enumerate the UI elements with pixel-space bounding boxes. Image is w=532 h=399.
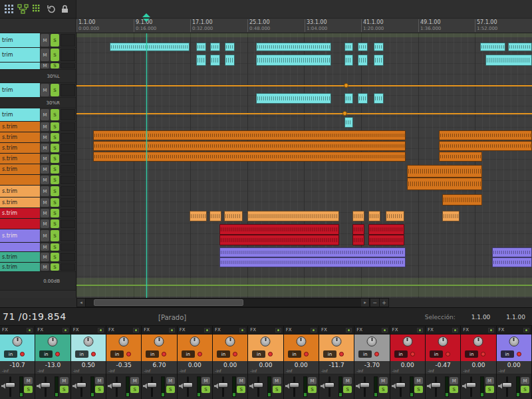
pan-knob[interactable]	[119, 336, 129, 346]
mixer-solo-button[interactable]: S	[201, 386, 210, 393]
media-item[interactable]	[374, 93, 384, 104]
input-button[interactable]: in	[430, 350, 443, 358]
media-item[interactable]	[219, 257, 406, 267]
scroll-right-button[interactable]: ▸	[361, 299, 370, 307]
mixer-mute-button[interactable]: M	[201, 377, 210, 384]
mixer-mute-button[interactable]: M	[308, 377, 317, 384]
media-item[interactable]	[492, 247, 532, 257]
selection-end[interactable]: 1.1.00	[506, 314, 525, 321]
media-item[interactable]	[219, 247, 406, 257]
solo-button[interactable]: S	[51, 34, 59, 47]
solo-button[interactable]: S	[51, 49, 59, 61]
playhead-marker-icon[interactable]	[142, 9, 150, 17]
mixer-solo-button[interactable]: S	[24, 386, 33, 393]
solo-button[interactable]: S	[51, 165, 59, 174]
envelope-line[interactable]	[76, 285, 532, 286]
marker-lane[interactable]	[76, 0, 532, 19]
fader-handle[interactable]	[396, 382, 406, 388]
fader-handle[interactable]	[76, 382, 86, 388]
pan-knob[interactable]	[509, 336, 519, 346]
fx-slot[interactable]: FX	[497, 326, 531, 334]
timeline-ruler[interactable]: 1.1.000:00.0009.1.000:16.00017.1.000:32.…	[76, 19, 532, 33]
input-button[interactable]: in	[288, 350, 301, 358]
media-item[interactable]	[442, 211, 460, 221]
solo-button[interactable]: S	[51, 133, 59, 142]
ruler-tick[interactable]: 1.1.000:00.000	[76, 19, 99, 32]
pan-knob[interactable]	[438, 336, 448, 346]
solo-button[interactable]: S	[51, 219, 59, 228]
solo-button[interactable]: S	[51, 154, 59, 163]
mute-button[interactable]: M	[41, 84, 49, 96]
mixer-mute-button[interactable]: M	[95, 377, 104, 384]
mixer-mute-button[interactable]: M	[414, 377, 423, 384]
ruler-tick[interactable]: 57.1.001:52.000	[475, 19, 497, 32]
media-item[interactable]	[224, 211, 243, 221]
media-item[interactable]	[196, 55, 206, 66]
mixer-mute-button[interactable]: M	[60, 377, 68, 384]
fader-handle[interactable]	[289, 382, 299, 388]
mixer-solo-button[interactable]: S	[450, 386, 458, 393]
mute-button[interactable]: M	[41, 34, 49, 47]
media-item[interactable]	[210, 43, 220, 51]
track-name[interactable]	[0, 243, 40, 251]
mute-button[interactable]: M	[41, 63, 49, 68]
pan-knob[interactable]	[402, 336, 412, 346]
pan-knob[interactable]	[225, 336, 235, 346]
fx-slot[interactable]: FX	[142, 326, 176, 334]
media-item[interactable]	[256, 93, 331, 104]
zoom-in-button[interactable]: +	[379, 299, 388, 307]
mixer-mute-button[interactable]: M	[343, 377, 352, 384]
record-arm-button[interactable]	[162, 352, 166, 356]
track-name[interactable]: trim	[0, 83, 40, 97]
media-item[interactable]	[352, 211, 364, 221]
solo-button[interactable]: S	[51, 253, 59, 261]
media-item[interactable]	[93, 130, 406, 140]
media-item[interactable]	[93, 152, 406, 162]
media-item[interactable]	[358, 43, 368, 51]
record-arm-button[interactable]	[517, 352, 521, 356]
mute-button[interactable]: M	[41, 154, 49, 163]
horizontal-scrollbar[interactable]: ◂ ▸ − +	[76, 298, 389, 307]
media-item[interactable]	[219, 235, 339, 245]
record-arm-button[interactable]	[91, 352, 96, 356]
grid-icon[interactable]	[3, 3, 15, 15]
media-item[interactable]	[110, 43, 190, 51]
media-item[interactable]	[480, 43, 505, 51]
edit-cursor-marker-icon[interactable]	[143, 19, 150, 25]
fx-slot[interactable]: FX	[71, 326, 106, 334]
record-arm-button[interactable]	[198, 352, 202, 356]
pan-knob[interactable]	[83, 336, 93, 346]
track-name[interactable]: s.trim	[0, 186, 40, 197]
media-item[interactable]	[485, 55, 532, 66]
record-arm-button[interactable]	[374, 352, 379, 356]
track-name[interactable]: s.trim	[0, 154, 40, 164]
record-arm-button[interactable]	[55, 352, 60, 356]
mute-button[interactable]: M	[41, 243, 49, 251]
input-button[interactable]: in	[75, 350, 88, 358]
input-button[interactable]: in	[217, 350, 230, 358]
media-item[interactable]	[374, 55, 384, 66]
fader-handle[interactable]	[325, 382, 334, 388]
media-item[interactable]	[225, 43, 235, 51]
ruler-tick[interactable]: 25.1.000:48.000	[247, 19, 270, 32]
input-button[interactable]: in	[252, 350, 265, 358]
media-item[interactable]	[374, 43, 384, 51]
input-button[interactable]: in	[394, 350, 408, 358]
record-arm-button[interactable]	[126, 352, 131, 356]
pan-knob[interactable]	[332, 336, 342, 346]
undo-icon[interactable]	[45, 3, 57, 15]
input-button[interactable]: in	[358, 350, 372, 358]
mute-button[interactable]: M	[41, 165, 49, 174]
ruler-tick[interactable]: 41.1.001:20.000	[361, 19, 384, 32]
media-item[interactable]	[344, 55, 353, 66]
solo-button[interactable]: S	[51, 263, 59, 271]
solo-button[interactable]: S	[51, 186, 59, 196]
pan-knob[interactable]	[367, 336, 377, 346]
track-name[interactable]: s.trim	[0, 208, 40, 218]
zoom-out-button[interactable]: −	[370, 299, 379, 307]
ruler-tick[interactable]: 49.1.001:36.000	[418, 19, 441, 32]
fx-slot[interactable]: FX	[354, 326, 389, 334]
media-item[interactable]	[492, 257, 532, 267]
mixer-mute-button[interactable]: M	[273, 377, 281, 384]
pan-knob[interactable]	[296, 336, 306, 346]
